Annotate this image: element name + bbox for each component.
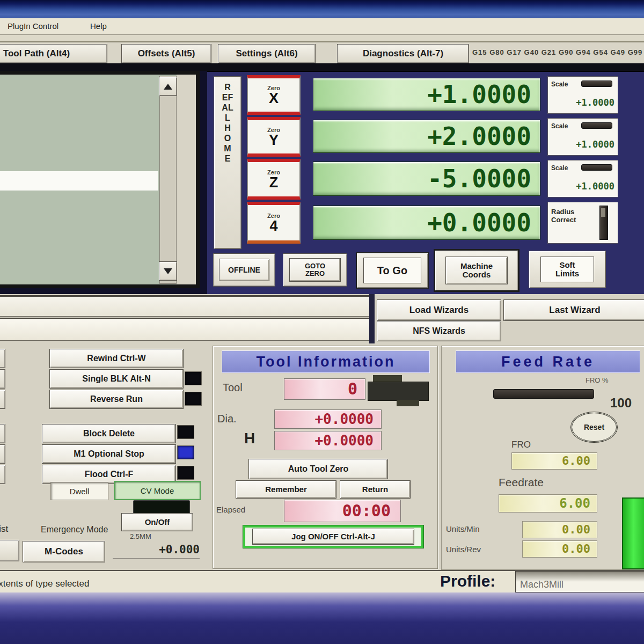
zero-4-button[interactable]: Zero 4 xyxy=(247,202,301,244)
cutoff-fragment-3 xyxy=(0,390,5,409)
to-go-button[interactable]: To Go xyxy=(356,252,429,289)
gcode-display-window xyxy=(0,71,200,288)
rewind-button[interactable]: Rewind Ctrl-W xyxy=(49,349,184,368)
tab-settings[interactable]: Settings (Alt6) xyxy=(218,44,316,63)
y-axis-dro[interactable]: +2.0000 xyxy=(313,120,540,153)
menu-divider xyxy=(0,35,644,42)
machine-coords-label: Machine Coords xyxy=(445,257,508,284)
dro-panel: REF ALL HOME Zero X Zero Y Zero Z Zero 4… xyxy=(207,71,644,295)
load-wizards-button[interactable]: Load Wizards xyxy=(377,299,501,321)
tool-tip xyxy=(397,400,419,406)
z-inhibit-on-off-button[interactable]: On/Off xyxy=(121,513,193,531)
reverse-run-led xyxy=(185,392,202,406)
goto-zero-label: GOTO ZERO xyxy=(289,258,341,282)
z-inhibit-dro[interactable]: +0.000 xyxy=(113,541,200,559)
feedrate-dro[interactable]: 6.00 xyxy=(499,494,597,513)
scale-x-slider[interactable] xyxy=(581,80,612,87)
return-button[interactable]: Return xyxy=(340,480,411,499)
main-band: REF ALL HOME Zero X Zero Y Zero Z Zero 4… xyxy=(0,71,644,294)
mdi-input-bar[interactable] xyxy=(0,318,370,341)
remember-button[interactable]: Remember xyxy=(236,480,336,499)
gcode-line-bar[interactable] xyxy=(0,295,370,317)
tool-change-graphic xyxy=(368,375,429,407)
m1-optional-stop-button[interactable]: M1 Optional Stop xyxy=(42,444,176,464)
tool-h-label: H xyxy=(244,430,255,447)
single-blk-led xyxy=(185,371,202,385)
z-inhibit-led-bar xyxy=(133,500,190,514)
last-wizard-button[interactable]: Last Wizard xyxy=(503,299,644,321)
offline-label: OFFLINE xyxy=(219,259,269,281)
taskbar xyxy=(0,592,644,644)
jog-on-off-label: Jog ON/OFF Ctrl-Alt-J xyxy=(252,529,414,545)
tool-dia-dro[interactable]: +0.0000 xyxy=(274,409,382,429)
radius-correct-slider[interactable] xyxy=(599,206,608,240)
units-rev-label: Units/Rev xyxy=(446,545,481,554)
zero-y-letter: Y xyxy=(269,133,279,147)
scrollbar-track[interactable] xyxy=(159,76,177,284)
zero-y-button[interactable]: Zero Y xyxy=(247,117,301,157)
scale-x-label: Scale xyxy=(551,80,568,88)
soft-limits-label: Soft Limits xyxy=(540,257,594,282)
fro-slider[interactable] xyxy=(493,389,594,399)
units-min-dro[interactable]: 0.00 xyxy=(522,521,597,538)
feedrate-slider[interactable] xyxy=(622,497,644,569)
window-titlebar[interactable] xyxy=(0,0,644,18)
cv-mode-indicator: CV Mode xyxy=(114,481,201,500)
fro-label: FRO xyxy=(511,440,531,450)
reverse-run-button[interactable]: Reverse Run xyxy=(49,390,184,409)
fro-dro[interactable]: 6.00 xyxy=(511,452,597,470)
tab-diagnostics[interactable]: Diagnostics (Alt-7) xyxy=(337,44,469,63)
scale-z-value: +1.0000 xyxy=(551,181,614,192)
machine-coords-button[interactable]: Machine Coords xyxy=(434,249,519,292)
fro-reset-button[interactable]: Reset xyxy=(570,412,618,443)
z-axis-dro[interactable]: -5.0000 xyxy=(313,162,540,196)
zero-z-letter: Z xyxy=(269,175,279,189)
soft-limits-button[interactable]: Soft Limits xyxy=(529,251,606,288)
scrollbar-down-button[interactable] xyxy=(159,261,177,281)
scale-z-slider[interactable] xyxy=(581,164,612,171)
nfs-wizards-button[interactable]: NFS Wizards xyxy=(377,321,501,341)
scale-y-value: +1.0000 xyxy=(551,139,614,150)
tool-number-label: Tool xyxy=(223,382,243,394)
z-inhibit-note: 2.5MM xyxy=(130,532,167,540)
zero-x-button[interactable]: Zero X xyxy=(247,75,301,115)
tab-tool-path[interactable]: Tool Path (Alt4) xyxy=(0,44,107,63)
scrollbar-up-button[interactable] xyxy=(159,77,177,96)
m-codes-button[interactable]: M-Codes xyxy=(23,541,105,562)
ref-all-home-button[interactable]: REF ALL HOME xyxy=(214,76,241,249)
tab-shadow-strip xyxy=(0,63,644,71)
menu-item-plugin-control[interactable]: PlugIn Control xyxy=(8,21,58,31)
zero-z-button[interactable]: Zero Z xyxy=(247,159,301,200)
scale-x-button[interactable]: Scale +1.0000 xyxy=(547,76,618,114)
elapsed-dro[interactable]: 00:00 xyxy=(284,500,401,522)
block-delete-button[interactable]: Block Delete xyxy=(42,424,176,443)
tool-number-dro[interactable]: 0 xyxy=(284,378,365,400)
tab-offsets[interactable]: Offsets (Alt5) xyxy=(121,44,211,63)
a-axis-dro[interactable]: +0.0000 xyxy=(313,206,540,240)
profile-label: Profile: xyxy=(440,572,495,590)
mist-label-fragment: Mist xyxy=(0,524,24,535)
x-axis-dro[interactable]: +1.0000 xyxy=(313,78,540,111)
scale-y-button[interactable]: Scale +1.0000 xyxy=(547,118,618,156)
to-go-label: To Go xyxy=(363,258,421,283)
m1-optional-stop-led xyxy=(177,445,194,459)
emergency-mode-label: Emergency Mode xyxy=(41,525,122,535)
tool-h-dro[interactable]: +0.0000 xyxy=(274,431,382,450)
auto-tool-zero-button[interactable]: Auto Tool Zero xyxy=(248,459,388,479)
scale-y-slider[interactable] xyxy=(581,122,612,129)
fro-percent-label: FRO % xyxy=(586,376,609,384)
status-bar: Extents of type selected Profile: Mach3M… xyxy=(0,570,644,594)
menu-item-help[interactable]: Help xyxy=(90,21,107,31)
goto-zero-button[interactable]: GOTO ZERO xyxy=(283,253,347,287)
offline-button[interactable]: OFFLINE xyxy=(213,253,275,287)
tool-information-header: Tool Information xyxy=(222,350,430,373)
radius-correct-button[interactable]: Radius Correct xyxy=(547,202,618,244)
arrow-down-icon xyxy=(164,268,172,274)
units-rev-dro[interactable]: 0.00 xyxy=(522,540,597,558)
fro-percent-value: 100 xyxy=(610,396,632,411)
cutoff-fragment-5 xyxy=(0,444,5,464)
jog-on-off-button[interactable]: Jog ON/OFF Ctrl-Alt-J xyxy=(243,525,423,548)
gcode-modal-status: G15 G80 G17 G40 G21 G90 G94 G54 G49 G99 … xyxy=(472,48,644,59)
scale-z-button[interactable]: Scale +1.0000 xyxy=(547,160,618,197)
single-blk-button[interactable]: Single BLK Alt-N xyxy=(49,369,184,389)
